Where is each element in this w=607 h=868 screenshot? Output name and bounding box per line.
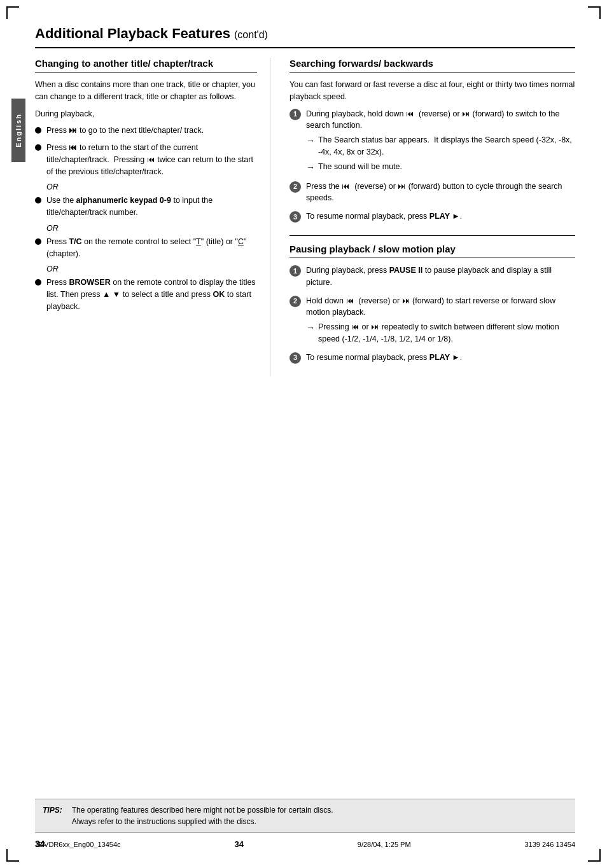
bullet-text-2: Press ⏮ to return to the start of the cu…	[46, 142, 257, 177]
bullet-dot-5	[35, 279, 41, 286]
bullet-dot-1	[35, 127, 41, 134]
section-searching: Searching forwards/ backwards You can fa…	[290, 58, 575, 223]
right-column: Searching forwards/ backwards You can fa…	[290, 58, 575, 376]
bullet-text-5: Press BROWSER on the remote control to d…	[46, 277, 257, 312]
main-content: Additional Playback Features (cont'd) Ch…	[35, 0, 575, 376]
during-playback-label: During playback,	[35, 108, 257, 120]
side-tab-label: English	[15, 113, 22, 148]
arrow-sym-2a: →	[306, 321, 315, 334]
or-divider-3: OR	[46, 265, 257, 273]
section-divider	[290, 235, 575, 236]
bullet-item-5: Press BROWSER on the remote control to d…	[35, 277, 257, 312]
side-tab: English	[11, 99, 25, 162]
page-number: 34	[35, 839, 45, 849]
tips-content: The operating features described here mi…	[72, 804, 333, 827]
arrow-sym-1a: →	[306, 134, 315, 148]
bullet-item-3: Use the alphanumeric keypad 0-9 to input…	[35, 195, 257, 219]
page: English Additional Playback Features (co…	[0, 0, 607, 868]
search-step-2: 2 Press the ⏮ (reverse) or ⏭ (forward) b…	[290, 181, 575, 205]
section-title-pausing: Pausing playback / slow motion play	[290, 244, 575, 258]
bullet-text-1: Press ⏭ to go to the next title/chapter/…	[46, 125, 257, 137]
pause-num-1: 1	[290, 265, 301, 277]
pause-content-1: During playback, press PAUSE II to pause…	[306, 265, 575, 289]
arrow-item-1a: → The Search status bar appears. It disp…	[306, 134, 575, 158]
or-divider-2: OR	[46, 224, 257, 233]
pause-num-2: 2	[290, 296, 301, 307]
content-columns: Changing to another title/ chapter/track…	[35, 58, 575, 376]
tips-section: TIPS: The operating features described h…	[35, 799, 575, 833]
step-content-1: During playback, hold down ⏮ (reverse) o…	[306, 108, 575, 174]
pause-step-3: 3 To resume normal playback, press PLAY …	[290, 352, 575, 364]
tips-row: TIPS: The operating features described h…	[43, 804, 568, 827]
search-step-1: 1 During playback, hold down ⏮ (reverse)…	[290, 108, 575, 174]
pause-content-2: Hold down ⏮ (reverse) or ⏭ (forward) to …	[306, 295, 575, 345]
arrow-sym-1b: →	[306, 161, 315, 174]
step-num-3: 3	[290, 211, 301, 223]
section-intro: When a disc contains more than one track…	[35, 79, 257, 103]
footer-right-code: 3139 246 13454	[524, 841, 575, 848]
pause-num-3: 3	[290, 352, 301, 364]
bullet-text-3: Use the alphanumeric keypad 0-9 to input…	[46, 195, 257, 219]
search-step-3: 3 To resume normal playback, press PLAY …	[290, 210, 575, 223]
bullet-item-4: Press T/C on the remote control to selec…	[35, 236, 257, 260]
bullet-dot-3	[35, 197, 41, 203]
bullet-dot-2	[35, 144, 41, 151]
step-num-1: 1	[290, 109, 301, 120]
tips-text-1: The operating features described here mi…	[72, 804, 333, 816]
bullet-item-1: Press ⏭ to go to the next title/chapter/…	[35, 125, 257, 137]
corner-mark-tr	[588, 6, 601, 19]
footer-center: 34	[234, 839, 243, 849]
step-content-2: Press the ⏮ (reverse) or ⏭ (forward) but…	[306, 181, 575, 205]
corner-mark-bl	[6, 849, 19, 862]
footer-right-date: 9/28/04, 1:25 PM	[358, 841, 411, 848]
pause-step-1: 1 During playback, press PAUSE II to pau…	[290, 265, 575, 289]
arrow-text-1a: The Search status bar appears. It displa…	[318, 134, 575, 158]
tips-label: TIPS:	[43, 804, 62, 827]
step-content-3: To resume normal playback, press PLAY ►.	[306, 210, 575, 223]
bullet-text-4: Press T/C on the remote control to selec…	[46, 236, 257, 260]
or-divider-1: OR	[46, 183, 257, 191]
section-changing-title: Changing to another title/ chapter/track…	[35, 58, 257, 313]
footer: 1DVDR6xx_Eng00_13454c 34 9/28/04, 1:25 P…	[35, 839, 575, 849]
page-title: Additional Playback Features (cont'd)	[35, 25, 575, 48]
arrow-item-2a: → Pressing ⏮ or ⏭ repeatedly to switch b…	[306, 321, 575, 345]
tips-text-2: Always refer to the instructions supplie…	[72, 816, 333, 827]
corner-mark-br	[588, 849, 601, 862]
left-column: Changing to another title/ chapter/track…	[35, 58, 270, 376]
footer-left: 1DVDR6xx_Eng00_13454c	[35, 841, 121, 848]
section-title-searching: Searching forwards/ backwards	[290, 58, 575, 72]
arrow-item-1b: → The sound will be mute.	[306, 161, 575, 174]
arrow-text-2a: Pressing ⏮ or ⏭ repeatedly to switch bet…	[318, 321, 575, 345]
bullet-dot-4	[35, 238, 41, 245]
arrow-text-1b: The sound will be mute.	[318, 161, 402, 173]
section-title-changing: Changing to another title/ chapter/track	[35, 58, 257, 72]
pause-content-3: To resume normal playback, press PLAY ►.	[306, 352, 575, 364]
bullet-item-2: Press ⏮ to return to the start of the cu…	[35, 142, 257, 177]
searching-intro: You can fast forward or fast reverse a d…	[290, 79, 575, 103]
corner-mark-tl	[6, 6, 19, 19]
step-num-2: 2	[290, 181, 301, 193]
pause-step-2: 2 Hold down ⏮ (reverse) or ⏭ (forward) t…	[290, 295, 575, 345]
section-pausing: Pausing playback / slow motion play 1 Du…	[290, 235, 575, 364]
